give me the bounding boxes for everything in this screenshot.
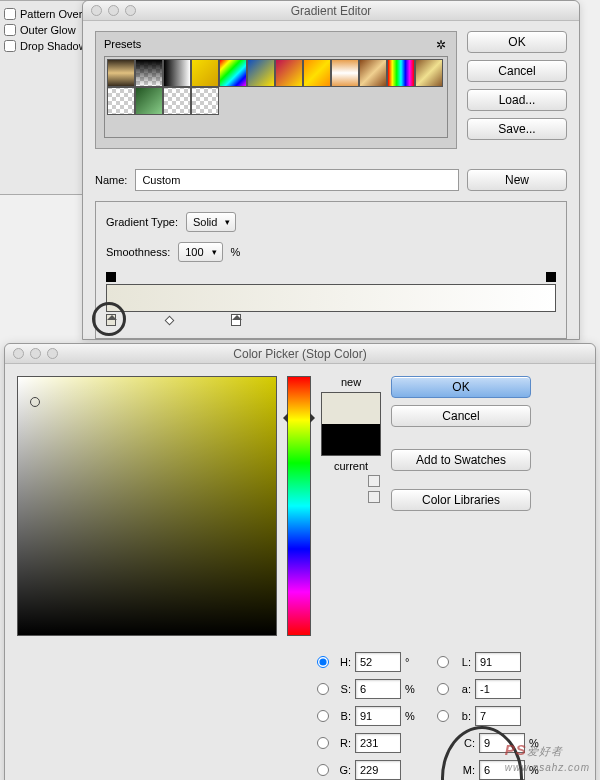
warning-icon[interactable] bbox=[368, 491, 380, 503]
gradient-type-group: Gradient Type: Solid Smoothness: 100 % bbox=[95, 201, 567, 339]
h-input[interactable] bbox=[355, 652, 401, 672]
save-button[interactable]: Save... bbox=[467, 118, 567, 140]
presets-label: Presets bbox=[104, 38, 141, 50]
bh-input[interactable] bbox=[355, 706, 401, 726]
color-libraries-button[interactable]: Color Libraries bbox=[391, 489, 531, 511]
l-input[interactable] bbox=[475, 652, 521, 672]
midpoint[interactable] bbox=[165, 316, 175, 326]
name-label: Name: bbox=[95, 174, 127, 186]
opacity-stop[interactable] bbox=[546, 272, 556, 282]
preset-swatch[interactable] bbox=[191, 59, 219, 87]
smoothness-label: Smoothness: bbox=[106, 246, 170, 258]
hue-pointer[interactable] bbox=[278, 413, 288, 423]
annotation-circle bbox=[92, 302, 126, 336]
type-select[interactable]: Solid bbox=[186, 212, 236, 232]
warning-icon[interactable] bbox=[368, 475, 380, 487]
new-current-preview: new current bbox=[321, 376, 381, 636]
s-input[interactable] bbox=[355, 679, 401, 699]
preset-swatch[interactable] bbox=[247, 59, 275, 87]
preset-swatch[interactable] bbox=[303, 59, 331, 87]
titlebar[interactable]: Gradient Editor bbox=[83, 1, 579, 21]
color-field[interactable] bbox=[17, 376, 277, 636]
add-swatches-button[interactable]: Add to Swatches bbox=[391, 449, 531, 471]
percent-label: % bbox=[231, 246, 241, 258]
preset-swatch[interactable] bbox=[219, 59, 247, 87]
load-button[interactable]: Load... bbox=[467, 89, 567, 111]
preset-swatch[interactable] bbox=[415, 59, 443, 87]
ok-button[interactable]: OK bbox=[467, 31, 567, 53]
a-input[interactable] bbox=[475, 679, 521, 699]
preset-swatch[interactable] bbox=[359, 59, 387, 87]
preset-swatch[interactable] bbox=[135, 87, 163, 115]
ok-button[interactable]: OK bbox=[391, 376, 531, 398]
new-button[interactable]: New bbox=[467, 169, 567, 191]
window-title: Color Picker (Stop Color) bbox=[5, 347, 595, 361]
smoothness-select[interactable]: 100 bbox=[178, 242, 222, 262]
drop-shadow-check[interactable]: Drop Shadow bbox=[0, 38, 87, 54]
hue-strip[interactable] bbox=[287, 376, 311, 636]
lb-input[interactable] bbox=[475, 706, 521, 726]
preset-swatch[interactable] bbox=[107, 87, 135, 115]
color-marker[interactable] bbox=[30, 397, 40, 407]
r-input[interactable] bbox=[355, 733, 401, 753]
preset-swatch[interactable] bbox=[191, 87, 219, 115]
gradient-editor-window: Gradient Editor Presets ✲ bbox=[82, 0, 580, 340]
lb-radio[interactable] bbox=[437, 710, 449, 722]
g-radio[interactable] bbox=[317, 764, 329, 776]
type-label: Gradient Type: bbox=[106, 216, 178, 228]
color-picker-window: Color Picker (Stop Color) new current OK… bbox=[4, 343, 596, 780]
name-input[interactable] bbox=[135, 169, 459, 191]
preset-swatch[interactable] bbox=[275, 59, 303, 87]
l-radio[interactable] bbox=[437, 656, 449, 668]
r-radio[interactable] bbox=[317, 737, 329, 749]
pattern-overlay-check[interactable]: Pattern Over bbox=[0, 6, 87, 22]
titlebar[interactable]: Color Picker (Stop Color) bbox=[5, 344, 595, 364]
gradient-bar[interactable] bbox=[106, 272, 556, 328]
watermark: PS爱好者 www.psahz.com bbox=[505, 741, 590, 774]
outer-glow-check[interactable]: Outer Glow bbox=[0, 22, 87, 38]
current-color[interactable] bbox=[322, 424, 380, 455]
a-radio[interactable] bbox=[437, 683, 449, 695]
hue-pointer[interactable] bbox=[310, 413, 320, 423]
new-color[interactable] bbox=[322, 393, 380, 424]
presets-grid[interactable] bbox=[104, 56, 448, 138]
g-input[interactable] bbox=[355, 760, 401, 780]
h-radio[interactable] bbox=[317, 656, 329, 668]
gear-icon[interactable]: ✲ bbox=[436, 38, 446, 52]
preset-swatch[interactable] bbox=[163, 59, 191, 87]
preset-swatch[interactable] bbox=[163, 87, 191, 115]
color-stop-right[interactable] bbox=[231, 314, 241, 326]
layer-style-panel: Pattern Over Outer Glow Drop Shadow bbox=[0, 0, 88, 195]
s-radio[interactable] bbox=[317, 683, 329, 695]
opacity-stop[interactable] bbox=[106, 272, 116, 282]
cancel-button[interactable]: Cancel bbox=[467, 60, 567, 82]
preset-swatch[interactable] bbox=[107, 59, 135, 87]
window-title: Gradient Editor bbox=[83, 4, 579, 18]
preset-swatch[interactable] bbox=[387, 59, 415, 87]
presets-panel: Presets ✲ bbox=[95, 31, 457, 149]
b-radio[interactable] bbox=[317, 710, 329, 722]
preset-swatch[interactable] bbox=[331, 59, 359, 87]
cancel-button[interactable]: Cancel bbox=[391, 405, 531, 427]
preset-swatch[interactable] bbox=[135, 59, 163, 87]
